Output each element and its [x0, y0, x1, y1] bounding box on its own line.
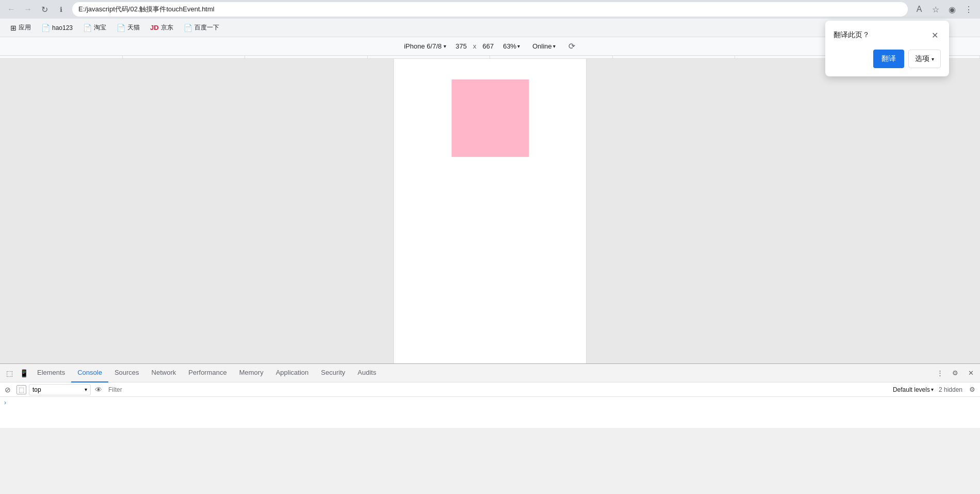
- tab-sources[interactable]: Sources: [108, 364, 145, 383]
- network-dropdown-icon: ▾: [553, 43, 556, 49]
- device-selector[interactable]: iPhone 6/7/8 ▾: [401, 41, 449, 51]
- device-height: 667: [482, 42, 494, 50]
- hidden-count: 2 hidden: [939, 386, 965, 393]
- reload-icon: ↻: [41, 5, 48, 14]
- address-text: E:/javascript代码/02.触摸事件touchEvent.html: [78, 5, 902, 14]
- device-width: 375: [455, 42, 467, 50]
- translation-popup-title: 翻译此页？: [834, 30, 870, 40]
- menu-button[interactable]: ⋮: [961, 2, 976, 17]
- more-tabs-button[interactable]: ⋮: [933, 366, 947, 380]
- zoom-selector[interactable]: 63% ▾: [500, 41, 523, 51]
- console-pin-button[interactable]: ⬚: [15, 384, 27, 395]
- translation-popup-actions: 翻译 选项 ▾: [834, 50, 941, 68]
- mobile-frame: [394, 59, 587, 363]
- dimension-separator: x: [473, 42, 477, 50]
- throttle-seg-3: [245, 56, 368, 58]
- back-button[interactable]: ←: [4, 2, 19, 17]
- address-bar[interactable]: E:/javascript代码/02.触摸事件touchEvent.html: [72, 2, 908, 17]
- forward-button[interactable]: →: [21, 2, 35, 17]
- tab-memory[interactable]: Memory: [233, 364, 270, 383]
- translate-page-button[interactable]: A: [912, 2, 926, 17]
- page-background: [0, 59, 980, 363]
- bookmark-jd-label: 京东: [161, 23, 173, 32]
- device-mode-icon: 📱: [20, 369, 28, 377]
- tab-elements[interactable]: Elements: [31, 364, 71, 383]
- devtools-tab-actions: ⋮ ⚙ ✕: [933, 366, 978, 380]
- translate-icon: A: [917, 5, 922, 14]
- devtools-settings-button[interactable]: ⚙: [948, 366, 962, 380]
- bookmark-hao123-label: hao123: [52, 24, 73, 31]
- reload-button[interactable]: ↻: [37, 2, 52, 17]
- bookmark-jd[interactable]: JD 京东: [146, 21, 177, 34]
- default-levels-label: Default levels: [893, 386, 930, 393]
- context-dropdown-icon: ▾: [85, 387, 87, 392]
- tab-console[interactable]: Console: [71, 364, 108, 383]
- pink-box: [451, 79, 529, 157]
- jd-icon: JD: [150, 24, 159, 31]
- pin-icon: ⬚: [17, 385, 26, 394]
- star-icon: ☆: [932, 5, 939, 14]
- bookmark-button[interactable]: ☆: [928, 2, 943, 17]
- browser-actions: A ☆ ◉ ⋮: [912, 2, 976, 17]
- forward-icon: →: [24, 5, 32, 14]
- translation-popup-close-button[interactable]: ✕: [928, 29, 941, 41]
- zoom-dropdown-icon: ▾: [517, 43, 520, 49]
- zoom-value: 63%: [503, 42, 516, 50]
- tab-network[interactable]: Network: [145, 364, 183, 383]
- rotate-button[interactable]: ⟳: [565, 39, 579, 54]
- device-dropdown-icon: ▾: [444, 43, 446, 49]
- options-label: 选项: [915, 54, 929, 63]
- network-value: Online: [532, 42, 552, 50]
- eye-icon: 👁: [95, 386, 102, 394]
- info-icon: ℹ: [60, 6, 62, 13]
- more-tabs-icon: ⋮: [937, 369, 943, 377]
- console-eye-button[interactable]: 👁: [93, 384, 104, 395]
- translation-popup-header: 翻译此页？ ✕: [834, 29, 941, 41]
- console-content[interactable]: ›: [0, 397, 980, 428]
- default-levels-icon: ▾: [931, 387, 934, 392]
- default-levels-button[interactable]: Default levels ▾: [890, 385, 937, 394]
- throttle-seg-6: [613, 56, 736, 58]
- info-button[interactable]: ℹ: [54, 2, 68, 17]
- profile-button[interactable]: ◉: [945, 2, 959, 17]
- device-name: iPhone 6/7/8: [404, 42, 442, 50]
- bookmark-taobao[interactable]: 📄 淘宝: [79, 21, 110, 34]
- taobao-icon: 📄: [83, 24, 92, 32]
- bookmark-tianmao[interactable]: 📄 天猫: [112, 21, 144, 34]
- title-bar: ← → ↻ ℹ E:/javascript代码/02.触摸事件touchEven…: [0, 0, 980, 19]
- devtools-close-icon: ✕: [968, 369, 974, 377]
- console-filter-input[interactable]: [106, 386, 888, 393]
- options-button[interactable]: 选项 ▾: [908, 50, 941, 68]
- device-toggle-button[interactable]: 📱: [17, 366, 31, 380]
- tab-audits[interactable]: Audits: [351, 364, 382, 383]
- devtools-settings-icon: ⚙: [952, 369, 958, 377]
- bookmark-baidu[interactable]: 📄 百度一下: [179, 21, 223, 34]
- hao123-icon: 📄: [41, 24, 50, 32]
- bookmark-apps-label: 应用: [19, 23, 31, 32]
- tab-application[interactable]: Application: [270, 364, 315, 383]
- clear-console-icon: ⊘: [5, 386, 11, 394]
- console-toolbar: ⊘ ⬚ top ▾ 👁 Default levels ▾ 2 hidden ⚙: [0, 383, 980, 397]
- menu-icon: ⋮: [965, 5, 973, 14]
- bookmark-tianmao-label: 天猫: [127, 23, 140, 32]
- tab-performance[interactable]: Performance: [182, 364, 233, 383]
- baidu-icon: 📄: [184, 24, 192, 32]
- translation-popup: 翻译此页？ ✕ 翻译 选项 ▾: [825, 21, 949, 76]
- context-selector[interactable]: top ▾: [29, 384, 91, 395]
- bookmark-apps[interactable]: ⊞ 应用: [6, 21, 35, 34]
- console-settings-button[interactable]: ⚙: [967, 384, 978, 395]
- network-selector[interactable]: Online ▾: [529, 41, 559, 51]
- console-clear-button[interactable]: ⊘: [2, 384, 13, 395]
- devtools-close-button[interactable]: ✕: [963, 366, 978, 380]
- throttle-seg-1: [0, 56, 123, 58]
- context-value: top: [32, 386, 41, 393]
- profile-icon: ◉: [949, 5, 956, 14]
- tab-security[interactable]: Security: [315, 364, 351, 383]
- throttle-seg-2: [123, 56, 246, 58]
- console-prompt: ›: [4, 399, 6, 406]
- rotate-icon: ⟳: [568, 41, 575, 51]
- inspect-toggle-button[interactable]: ⬚: [2, 366, 17, 380]
- bookmark-hao123[interactable]: 📄 hao123: [37, 22, 77, 34]
- throttle-seg-4: [368, 56, 491, 58]
- translate-button[interactable]: 翻译: [873, 50, 904, 68]
